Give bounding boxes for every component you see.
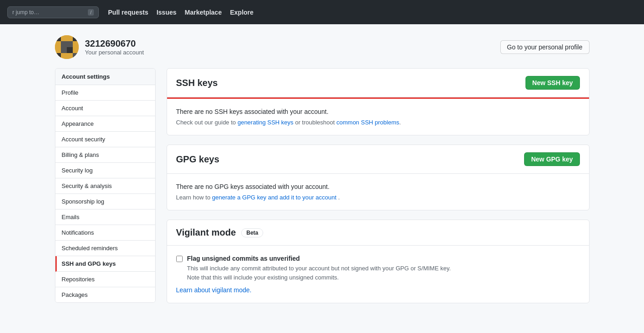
vigilant-mode-section: Vigilant mode Beta Flag unsigned commits… <box>167 220 590 303</box>
sidebar-item-security-analysis[interactable]: Security & analysis <box>55 178 155 194</box>
vigilant-desc-line1: This will include any commit attributed … <box>187 265 451 272</box>
sidebar-item-notifications[interactable]: Notifications <box>55 225 155 241</box>
sidebar-item-security-log[interactable]: Security log <box>55 163 155 178</box>
new-gpg-key-button[interactable]: New GPG key <box>524 152 579 166</box>
user-header: 3212690670 Your personal account Go to y… <box>55 35 590 59</box>
gpg-section-body: There are no GPG keys associated with yo… <box>167 174 589 210</box>
flag-unsigned-checkbox[interactable] <box>176 256 183 262</box>
user-info: 3212690670 Your personal account <box>55 35 144 59</box>
sidebar-item-profile[interactable]: Profile <box>55 85 155 101</box>
vigilant-mode-title: Vigilant mode <box>176 227 236 238</box>
nav-pull-requests[interactable]: Pull requests <box>108 9 148 16</box>
sidebar: Account settings Profile Account Appeara… <box>55 68 156 303</box>
nav-explore[interactable]: Explore <box>230 9 253 16</box>
page-wrapper: 3212690670 Your personal account Go to y… <box>48 24 597 323</box>
gpg-keys-section: GPG keys New GPG key There are no GPG ke… <box>167 145 590 210</box>
sidebar-item-ssh-gpg[interactable]: SSH and GPG keys <box>55 256 155 272</box>
generating-ssh-keys-link[interactable]: generating SSH keys <box>238 119 293 126</box>
ssh-section-body: There are no SSH keys associated with yo… <box>167 99 589 135</box>
topnav-links: Pull requests Issues Marketplace Explore <box>108 9 254 16</box>
common-ssh-problems-link[interactable]: common SSH problems <box>336 119 399 126</box>
sidebar-item-scheduled-reminders[interactable]: Scheduled reminders <box>55 241 155 256</box>
vigilant-desc-line2: Note that this will include your existin… <box>187 274 339 281</box>
ssh-help-mid: or troubleshoot <box>293 119 336 126</box>
main-content: SSH keys New SSH key There are no SSH ke… <box>167 68 590 312</box>
gpg-section-header: GPG keys New GPG key <box>167 145 589 174</box>
vigilant-header: Vigilant mode Beta <box>167 220 589 246</box>
sidebar-header: Account settings <box>55 69 155 85</box>
content-layout: Account settings Profile Account Appeara… <box>55 68 590 312</box>
ssh-keys-section: SSH keys New SSH key There are no SSH ke… <box>167 68 590 135</box>
generate-gpg-key-link[interactable]: generate a GPG key and add it to your ac… <box>212 194 336 201</box>
ssh-section-header: SSH keys New SSH key <box>167 69 589 97</box>
flag-unsigned-label[interactable]: Flag unsigned commits as unverified This… <box>176 255 580 282</box>
beta-badge: Beta <box>241 228 263 237</box>
gpg-empty-text: There are no GPG keys associated with yo… <box>176 183 580 190</box>
sidebar-item-account[interactable]: Account <box>55 101 155 116</box>
personal-profile-button[interactable]: Go to your personal profile <box>500 40 590 54</box>
sidebar-item-sponsorship-log[interactable]: Sponsorship log <box>55 194 155 209</box>
ssh-help-prefix: Check out our guide to <box>176 119 238 126</box>
sidebar-item-appearance[interactable]: Appearance <box>55 116 155 132</box>
learn-vigilant-mode-link[interactable]: Learn about vigilant mode. <box>176 286 252 294</box>
sidebar-item-repositories[interactable]: Repositories <box>55 272 155 287</box>
vigilant-section-body: Flag unsigned commits as unverified This… <box>167 246 589 303</box>
new-ssh-key-button[interactable]: New SSH key <box>525 76 580 90</box>
user-text: 3212690670 Your personal account <box>85 38 144 56</box>
sidebar-item-billing[interactable]: Billing & plans <box>55 147 155 163</box>
sidebar-item-emails[interactable]: Emails <box>55 209 155 225</box>
flag-unsigned-text: Flag unsigned commits as unverified <box>187 255 451 262</box>
avatar <box>55 35 79 59</box>
ssh-empty-text: There are no SSH keys associated with yo… <box>176 108 580 115</box>
gpg-help-suffix: . <box>336 194 340 201</box>
nav-issues[interactable]: Issues <box>157 9 177 16</box>
search-kbd: / <box>88 9 94 16</box>
gpg-help-text: Learn how to generate a GPG key and add … <box>176 194 580 201</box>
user-subtitle: Your personal account <box>85 49 144 56</box>
gpg-section-title: GPG keys <box>176 154 220 165</box>
search-placeholder: r jump to… <box>12 9 39 16</box>
ssh-help-text: Check out our guide to generating SSH ke… <box>176 119 580 126</box>
gpg-help-prefix: Learn how to <box>176 194 212 201</box>
nav-marketplace[interactable]: Marketplace <box>185 9 222 16</box>
username: 3212690670 <box>85 38 144 49</box>
top-navigation: r jump to… / Pull requests Issues Market… <box>0 0 644 24</box>
flag-unsigned-desc: This will include any commit attributed … <box>187 264 451 282</box>
search-bar[interactable]: r jump to… / <box>7 6 99 18</box>
sidebar-item-packages[interactable]: Packages <box>55 287 155 302</box>
ssh-section-title: SSH keys <box>176 78 218 88</box>
sidebar-item-account-security[interactable]: Account security <box>55 132 155 147</box>
ssh-help-suffix: . <box>399 119 401 126</box>
